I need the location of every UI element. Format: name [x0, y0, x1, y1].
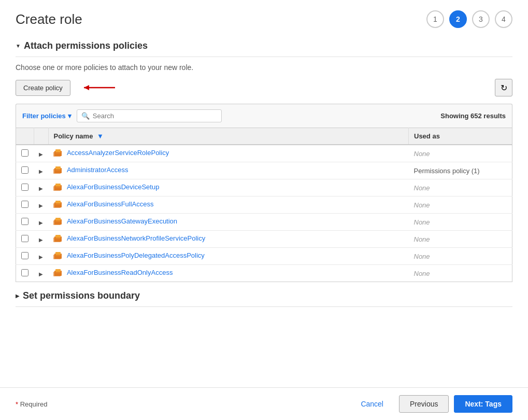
row-checkbox-4[interactable]	[21, 201, 28, 208]
svg-rect-4	[53, 152, 61, 157]
used-as-value-8: None	[414, 270, 430, 277]
row-checkbox-8[interactable]	[21, 269, 28, 276]
policy-icon-2	[53, 165, 63, 175]
step-1[interactable]: 1	[426, 10, 444, 28]
col-header-policy-name[interactable]: Policy name ▼	[48, 128, 409, 145]
search-icon: 🔍	[81, 112, 90, 120]
table-header-row: Policy name ▼ Used as	[16, 128, 512, 145]
policy-link-3[interactable]: AlexaForBusinessDeviceSetup	[67, 183, 159, 191]
row-checkbox-2[interactable]	[21, 166, 28, 174]
col-header-check	[16, 128, 34, 145]
permissions-boundary-section[interactable]: ▶ Set permissions boundary	[16, 282, 512, 307]
used-as-value-1: None	[414, 150, 430, 158]
required-label: Required	[20, 400, 48, 408]
step-3[interactable]: 3	[472, 10, 490, 28]
used-as-value-5: None	[414, 218, 430, 226]
step-2[interactable]: 2	[449, 10, 467, 28]
page-header: Create role 1 2 3 4	[0, 0, 528, 33]
row-expand-cell: ▶	[34, 179, 48, 197]
row-checkbox-1[interactable]	[21, 149, 28, 157]
svg-rect-19	[53, 237, 61, 242]
table-row: ▶ AlexaForBusinessGatewayExecution None	[16, 214, 512, 231]
row-name-cell: AlexaForBusinessPolyDelegatedAccessPolic…	[48, 248, 409, 265]
policy-icon-7	[53, 251, 63, 260]
cancel-button[interactable]: Cancel	[350, 396, 394, 412]
search-box: 🔍	[77, 109, 222, 122]
row-name-cell: AlexaForBusinessDeviceSetup	[48, 179, 409, 197]
row-checkbox-cell	[16, 231, 34, 248]
policy-icon-8	[53, 268, 63, 277]
row-checkbox-5[interactable]	[21, 218, 28, 225]
arrow-annotation	[79, 81, 120, 94]
policy-link-2[interactable]: AdministratorAccess	[67, 166, 128, 174]
used-as-value-6: None	[414, 235, 430, 243]
toolbar-row: Create policy ↻	[16, 79, 512, 96]
row-expand-button-8[interactable]: ▶	[39, 271, 43, 277]
row-expand-cell: ▶	[34, 145, 48, 162]
filter-policies-button[interactable]: Filter policies ▾	[22, 112, 72, 120]
row-expand-button-2[interactable]: ▶	[39, 169, 43, 174]
svg-marker-1	[84, 85, 89, 90]
attach-permissions-section-header[interactable]: ▼ Attach permissions policies	[16, 33, 512, 57]
row-name-cell: AdministratorAccess	[48, 162, 409, 179]
step-4[interactable]: 4	[495, 10, 512, 28]
row-checkbox-cell	[16, 197, 34, 214]
row-checkbox-3[interactable]	[21, 184, 28, 191]
row-expand-button-5[interactable]: ▶	[39, 220, 43, 226]
search-input[interactable]	[93, 112, 217, 120]
refresh-button[interactable]: ↻	[495, 79, 512, 96]
svg-rect-16	[53, 220, 61, 225]
svg-rect-10	[53, 186, 61, 191]
policy-icon-5	[53, 217, 63, 226]
used-as-value-2: Permissions policy (1)	[414, 167, 480, 175]
row-checkbox-6[interactable]	[21, 235, 28, 242]
filter-search-row: Filter policies ▾ 🔍 Showing 652 results	[16, 104, 512, 128]
row-used-cell: None	[409, 231, 512, 248]
policy-link-8[interactable]: AlexaForBusinessReadOnlyAccess	[67, 269, 173, 276]
boundary-chevron-icon: ▶	[16, 293, 20, 299]
row-checkbox-cell	[16, 214, 34, 231]
row-expand-cell: ▶	[34, 265, 48, 282]
table-row: ▶ AdministratorAccess Permissions policy…	[16, 162, 512, 179]
page-wrapper: Create role 1 2 3 4 ▼ Attach permissions…	[0, 0, 528, 420]
row-used-cell: None	[409, 179, 512, 197]
svg-rect-13	[53, 203, 61, 208]
row-checkbox-cell	[16, 265, 34, 282]
row-used-cell: Permissions policy (1)	[409, 162, 512, 179]
policy-icon-3	[53, 183, 63, 192]
required-star: *	[16, 400, 18, 408]
row-checkbox-7[interactable]	[21, 252, 28, 259]
row-expand-button-3[interactable]: ▶	[39, 186, 43, 191]
policy-link-5[interactable]: AlexaForBusinessGatewayExecution	[67, 217, 177, 225]
step-indicators: 1 2 3 4	[426, 10, 512, 28]
policy-link-7[interactable]: AlexaForBusinessPolyDelegatedAccessPolic…	[67, 251, 205, 259]
table-row: ▶ AlexaForBusinessNetworkProfileServiceP…	[16, 231, 512, 248]
footer-actions: Cancel Previous Next: Tags	[350, 395, 512, 413]
page-title: Create role	[16, 11, 82, 27]
create-policy-button[interactable]: Create policy	[16, 80, 70, 96]
previous-button[interactable]: Previous	[399, 395, 449, 413]
footer-required: * Required	[16, 400, 47, 408]
policy-link-4[interactable]: AlexaForBusinessFullAccess	[67, 200, 154, 208]
filter-chevron-icon: ▾	[68, 112, 72, 120]
row-expand-cell: ▶	[34, 231, 48, 248]
row-expand-button-1[interactable]: ▶	[39, 151, 43, 157]
policy-link-1[interactable]: AccessAnalyzerServiceRolePolicy	[67, 149, 169, 157]
permissions-boundary-title: Set permissions boundary	[23, 290, 140, 301]
row-expand-button-4[interactable]: ▶	[39, 203, 43, 208]
table-row: ▶ AlexaForBusinessReadOnlyAccess None	[16, 265, 512, 282]
policy-link-6[interactable]: AlexaForBusinessNetworkProfileServicePol…	[67, 234, 205, 242]
refresh-icon: ↻	[501, 83, 507, 93]
row-used-cell: None	[409, 248, 512, 265]
section-chevron-icon: ▼	[16, 43, 21, 49]
col-header-expand	[34, 128, 48, 145]
next-button[interactable]: Next: Tags	[454, 395, 512, 413]
row-expand-cell: ▶	[34, 248, 48, 265]
table-row: ▶ AlexaForBusinessPolyDelegatedAccessPol…	[16, 248, 512, 265]
row-name-cell: AlexaForBusinessReadOnlyAccess	[48, 265, 409, 282]
row-expand-button-7[interactable]: ▶	[39, 254, 43, 260]
row-used-cell: None	[409, 197, 512, 214]
policy-icon-4	[53, 200, 63, 209]
row-expand-button-6[interactable]: ▶	[39, 237, 43, 243]
row-checkbox-cell	[16, 248, 34, 265]
